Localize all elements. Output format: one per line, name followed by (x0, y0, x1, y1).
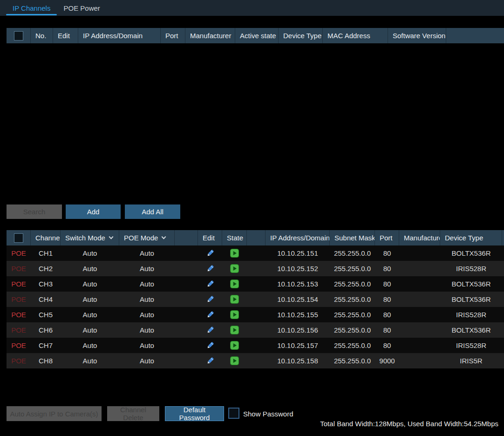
device-type-cell: IRIS528R (440, 265, 502, 272)
subnet-mask-cell: 255.255.0.0 (330, 326, 375, 334)
poe-mode-label: POE Mode (124, 234, 158, 242)
channel-cell: CH1 (31, 249, 61, 257)
pencil-icon (206, 310, 215, 319)
col-state: State (222, 230, 247, 245)
channel-cell: CH4 (31, 295, 61, 303)
ip-address-cell: 10.10.25.151 (266, 249, 330, 257)
device-type-cell: IRIS528R (440, 341, 502, 349)
poe-label: POE (7, 265, 31, 272)
device-type-cell: IRIS5R (440, 357, 502, 365)
port-cell: 9000 (375, 357, 399, 365)
channel-row[interactable]: POE CH8 Auto Auto (7, 353, 504, 368)
subnet-mask-cell: 255.255.0.0 (330, 311, 375, 319)
tab-ip-channels[interactable]: IP Channels (6, 0, 57, 16)
state-play-button[interactable] (222, 341, 247, 350)
channel-row[interactable]: POE CH6 Auto Auto (7, 322, 504, 338)
channel-delete-button[interactable]: Channel Delete (107, 406, 159, 421)
channel-cell: CH2 (31, 265, 61, 272)
add-all-button[interactable]: Add All (125, 204, 180, 219)
state-play-button[interactable] (222, 249, 247, 258)
poe-label: POE (7, 249, 31, 257)
header-edge-sliver (502, 230, 504, 245)
col-software-version: Software Version (388, 28, 446, 43)
play-state-icon (230, 310, 239, 319)
channel-row[interactable]: POE CH1 Auto Auto (7, 245, 504, 261)
poe-mode-cell: Auto (119, 326, 175, 334)
channel-select-all-checkbox[interactable] (14, 233, 23, 243)
port-cell: 80 (375, 341, 399, 349)
channel-row[interactable]: POE CH5 Auto Auto (7, 307, 504, 322)
default-password-button[interactable]: Default Password (165, 406, 224, 421)
edit-button[interactable] (198, 326, 222, 334)
play-state-icon (230, 295, 239, 304)
col-channel: Channel (31, 230, 61, 245)
search-select-all-checkbox[interactable] (14, 31, 23, 41)
state-play-button[interactable] (222, 295, 247, 304)
device-type-cell: BOLTX536R (440, 249, 502, 257)
channel-row[interactable]: POE CH4 Auto Auto (7, 292, 504, 307)
switch-mode-cell: Auto (61, 326, 119, 334)
show-password-checkbox[interactable] (228, 408, 239, 419)
port-cell: 80 (375, 249, 399, 257)
switch-mode-cell: Auto (61, 341, 119, 349)
col-switch-mode[interactable]: Switch Mode (61, 230, 119, 245)
pencil-icon (206, 279, 215, 288)
edit-button[interactable] (198, 279, 222, 288)
play-state-icon (230, 249, 239, 258)
auto-assign-ip-button[interactable]: Auto Assign IP to Camera(s) (7, 406, 102, 421)
state-play-button[interactable] (222, 310, 247, 319)
col-device-type: Device Type (279, 28, 323, 43)
switch-mode-cell: Auto (61, 357, 119, 365)
switch-mode-cell: Auto (61, 249, 119, 257)
edit-button[interactable] (198, 264, 222, 273)
poe-label: POE (7, 326, 31, 334)
edit-button[interactable] (198, 310, 222, 319)
edit-button[interactable] (198, 356, 222, 365)
state-play-button[interactable] (222, 279, 247, 288)
port-cell: 80 (375, 280, 399, 288)
poe-label: POE (7, 341, 31, 349)
channel-cell: CH6 (31, 326, 61, 334)
pencil-icon (206, 264, 215, 273)
channel-row[interactable]: POE CH3 Auto Auto (7, 276, 504, 292)
port-cell: 80 (375, 295, 399, 303)
col-no: No. (31, 28, 53, 43)
channel-row[interactable]: POE CH2 Auto Auto (7, 261, 504, 276)
edit-button[interactable] (198, 295, 222, 304)
edit-button[interactable] (198, 249, 222, 258)
tab-bar: IP Channels POE Power (0, 0, 504, 16)
subnet-mask-cell: 255.255.0.0 (330, 341, 375, 349)
channel-cell: CH5 (31, 311, 61, 319)
chevron-down-icon (109, 234, 113, 239)
col-port: Port (375, 230, 399, 245)
poe-mode-cell: Auto (119, 295, 175, 303)
search-select-all-cell (7, 28, 31, 43)
empty-header-cell (175, 230, 198, 245)
add-button[interactable]: Add (66, 204, 121, 219)
channel-cell: CH8 (31, 357, 61, 365)
col-manufacturer: Manufacturer (399, 230, 440, 245)
col-ip-address: IP Address/Domain (266, 230, 330, 245)
poe-mode-cell: Auto (119, 341, 175, 349)
state-play-button[interactable] (222, 326, 247, 334)
edit-button[interactable] (198, 341, 222, 350)
col-edit: Edit (198, 230, 222, 245)
tab-poe-power[interactable]: POE Power (57, 0, 106, 16)
switch-mode-cell: Auto (61, 265, 119, 272)
empty-header-cell (446, 28, 504, 43)
channel-row[interactable]: POE CH7 Auto Auto (7, 338, 504, 353)
col-port: Port (161, 28, 185, 43)
state-play-button[interactable] (222, 356, 247, 365)
subnet-mask-cell: 255.255.0.0 (330, 357, 375, 365)
poe-mode-cell: Auto (119, 280, 175, 288)
pencil-icon (206, 295, 215, 304)
state-play-button[interactable] (222, 264, 247, 273)
channel-cell: CH3 (31, 280, 61, 288)
subnet-mask-cell: 255.255.0.0 (330, 265, 375, 272)
search-button[interactable]: Search (7, 204, 62, 219)
col-poe-mode[interactable]: POE Mode (119, 230, 175, 245)
search-table-header: No. Edit IP Address/Domain Port Manufact… (7, 28, 504, 43)
device-type-cell: BOLTX536R (440, 295, 502, 303)
chevron-down-icon (162, 234, 166, 239)
device-type-cell: BOLTX536R (440, 280, 502, 288)
